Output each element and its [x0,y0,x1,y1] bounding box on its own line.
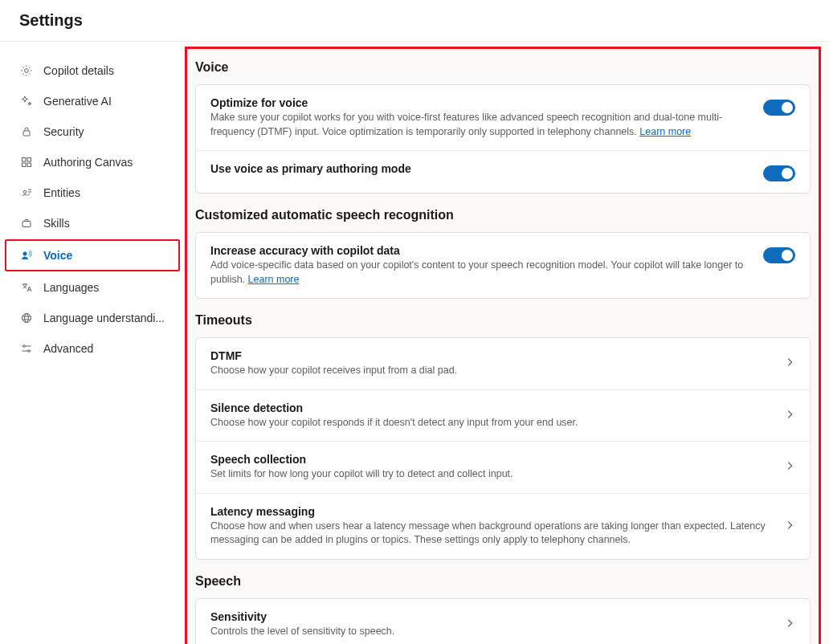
dtmf-desc: Choose how your copilot receives input f… [210,364,771,378]
chevron-right-icon [784,409,795,422]
sidebar-item-label: Voice [43,249,72,262]
svg-point-2 [25,69,29,73]
authoring-mode-row: Use voice as primary authoring mode [196,150,810,193]
section-title-asr: Customized automatic speech recognition [195,208,811,222]
svg-point-14 [28,350,31,353]
settings-sidebar: Copilot details Generative AI Security A… [0,42,185,644]
optimize-text: Optimize for voice Make sure your copilo… [210,96,750,139]
sidebar-item-label: Skills [43,217,70,230]
latency-title: Latency messaging [210,505,771,518]
sidebar-item-copilot-details[interactable]: Copilot details [6,56,178,85]
accuracy-title: Increase accuracy with copilot data [210,244,750,257]
languages-icon [19,280,34,295]
sidebar-voice-highlight: Voice [5,239,180,271]
timeout-row-latency[interactable]: Latency messaging Choose how and when us… [196,493,810,559]
sidebar-item-label: Copilot details [43,64,114,77]
accuracy-row: Increase accuracy with copilot data Add … [196,233,810,298]
dtmf-title: DTMF [210,349,771,362]
globe-icon [19,311,34,325]
optimize-toggle[interactable] [763,100,795,116]
silence-text: Silence detection Choose how your copilo… [210,401,771,430]
sidebar-item-label: Security [43,125,84,138]
sidebar-item-label: Language understandi... [43,312,165,324]
sensitivity-text: Sensitivity Controls the level of sensit… [210,610,771,639]
section-title-timeouts: Timeouts [195,313,811,328]
asr-card: Increase accuracy with copilot data Add … [195,232,811,299]
svg-rect-9 [22,222,31,227]
timeout-row-silence[interactable]: Silence detection Choose how your copilo… [196,389,810,442]
sidebar-item-label: Authoring Canvas [43,156,133,169]
section-title-speech: Speech [195,574,811,589]
sidebar-item-label: Entities [43,186,80,199]
chevron-right-icon [784,618,795,631]
section-title-voice: Voice [195,60,811,75]
svg-point-11 [22,314,31,323]
authoring-toggle[interactable] [763,165,795,181]
sidebar-item-label: Generative AI [43,95,112,108]
chevron-right-icon [784,460,795,474]
optimize-desc: Make sure your copilot works for you wit… [210,111,750,139]
optimize-for-voice-row: Optimize for voice Make sure your copilo… [196,85,810,150]
sidebar-item-voice[interactable]: Voice [6,241,178,270]
accuracy-desc: Add voice-specific data based on your co… [210,259,750,287]
svg-point-8 [23,190,27,194]
optimize-learn-more-link[interactable]: Learn more [639,126,691,137]
timeout-row-speech-collection[interactable]: Speech collection Set limits for how lon… [196,441,810,493]
sidebar-item-generative-ai[interactable]: Generative AI [6,87,178,116]
svg-point-12 [25,314,29,323]
page-title: Settings [19,11,83,30]
settings-main: Voice Optimize for voice Make sure your … [185,42,829,644]
sidebar-item-entities[interactable]: Entities [6,178,178,207]
sidebar-item-security[interactable]: Security [6,117,178,146]
accuracy-learn-more-link[interactable]: Learn more [248,274,300,285]
voice-card: Optimize for voice Make sure your copilo… [195,84,811,194]
svg-point-10 [23,252,27,255]
lock-icon [19,124,34,139]
main-highlight-box: Voice Optimize for voice Make sure your … [185,47,821,644]
skills-icon [19,216,34,230]
entities-icon [19,185,34,200]
sidebar-item-language-understanding[interactable]: Language understandi... [6,304,178,332]
settings-header: Settings [0,0,829,42]
speech-collection-desc: Set limits for how long your copilot wil… [210,467,771,482]
sparkle-icon [19,94,34,108]
speech-collection-text: Speech collection Set limits for how lon… [210,453,771,482]
sidebar-item-authoring-canvas[interactable]: Authoring Canvas [6,148,178,177]
accuracy-toggle[interactable] [763,247,795,263]
latency-text: Latency messaging Choose how and when us… [210,505,771,548]
chevron-right-icon [784,520,795,533]
voice-icon [19,248,34,263]
optimize-title: Optimize for voice [210,96,750,109]
speech-collection-title: Speech collection [210,453,771,466]
svg-rect-4 [22,158,27,162]
svg-rect-7 [27,163,31,167]
grid-icon [19,155,34,169]
svg-point-13 [23,345,26,348]
sidebar-item-skills[interactable]: Skills [6,209,178,238]
authoring-title: Use voice as primary authoring mode [210,162,750,175]
dtmf-text: DTMF Choose how your copilot receives in… [210,349,771,378]
sensitivity-desc: Controls the level of sensitivity to spe… [210,625,771,639]
sensitivity-row[interactable]: Sensitivity Controls the level of sensit… [196,599,810,645]
svg-rect-6 [22,163,27,167]
speech-card: Sensitivity Controls the level of sensit… [195,598,811,645]
timeout-row-dtmf[interactable]: DTMF Choose how your copilot receives in… [196,338,810,389]
sidebar-item-languages[interactable]: Languages [6,273,178,302]
silence-desc: Choose how your copilot responds if it d… [210,416,771,430]
authoring-text: Use voice as primary authoring mode [210,162,750,177]
silence-title: Silence detection [210,401,771,414]
settings-layout: Copilot details Generative AI Security A… [0,42,829,644]
sidebar-item-label: Advanced [43,342,93,355]
accuracy-text: Increase accuracy with copilot data Add … [210,244,750,287]
chevron-right-icon [784,357,795,370]
sensitivity-title: Sensitivity [210,610,771,623]
close-button[interactable] [800,10,810,31]
svg-rect-3 [23,131,30,136]
sliders-icon [19,341,34,356]
gear-icon [19,63,34,78]
sidebar-item-label: Languages [43,281,99,294]
sidebar-item-advanced[interactable]: Advanced [6,334,178,363]
svg-rect-5 [27,158,31,162]
latency-desc: Choose how and when users hear a latency… [210,520,771,548]
timeouts-card: DTMF Choose how your copilot receives in… [195,337,811,560]
